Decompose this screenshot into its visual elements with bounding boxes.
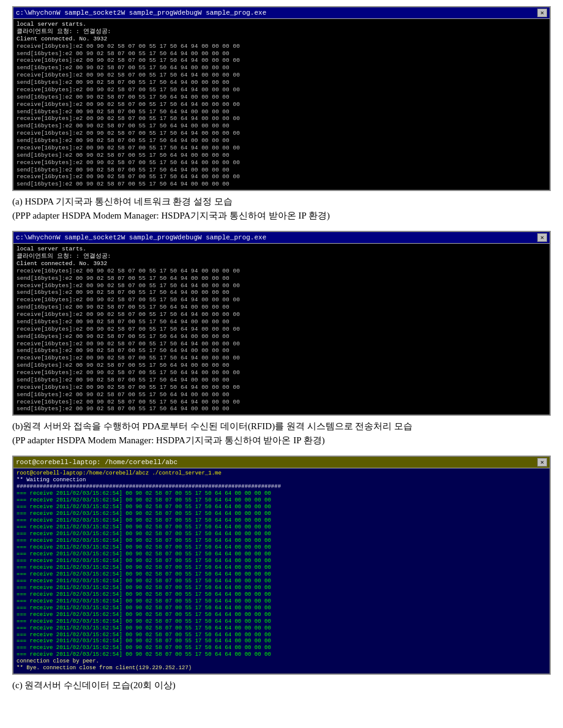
section-b: c:\WhychonW sample_socket2W sample_progW… [12,231,551,447]
terminal-line: root@corebell-laptop:/home/corebell/abcz… [17,470,546,477]
terminal-line: === receive 2011/02/03/15:62:54] 00 90 0… [17,651,546,658]
terminal-line: send[16bytes]:e2 00 90 02 58 07 00 55 17… [17,79,546,86]
terminal-titlebar-b: c:\WhychonW sample_socket2W sample_progW… [13,232,550,244]
terminal-line: receive[16bytes]:e2 00 90 02 58 07 00 55… [17,57,546,64]
caption-b-sub: (PP adapter HSDPA Modem Manager: HSDPA기지… [12,435,325,445]
terminal-line: === receive 2011/02/03/15:62:54] 00 90 0… [17,645,546,651]
terminal-line: Client connected. No. 3932 [17,260,546,268]
caption-a: (a) HSDPA 기지국과 통신하여 네트워크 환경 설정 모습 (PPP a… [12,195,551,222]
terminal-line: === receive 2011/02/03/15:62:54] 00 90 0… [17,524,546,531]
terminal-line: send[16bytes]:e2 00 90 02 58 07 00 55 17… [17,64,546,72]
terminal-line: Client connected. No. 3932 [17,36,546,43]
terminal-line: send[16bytes]:e2 00 90 02 58 07 00 55 17… [17,362,546,369]
terminal-line: receive[16bytes]:e2 00 90 02 58 07 00 55… [17,326,546,333]
terminal-line: === receive 2011/02/03/15:62:54] 00 90 0… [17,638,546,645]
terminal-line: 클라이언트의 요청: : 연결성공: [17,253,546,260]
terminal-line: === receive 2011/02/03/15:62:54] 00 90 0… [17,544,546,551]
terminal-window-a: c:\WhychonW sample_socket2W sample_progW… [12,6,551,191]
caption-a-sub: (PPP adapter HSDPA Modem Manager: HSDPA기… [12,211,330,220]
terminal-line: receive[16bytes]:e2 00 90 02 58 07 00 55… [17,296,546,304]
terminal-line: ########################################… [17,484,546,490]
terminal-line: send[16bytes]:e2 00 90 02 58 07 00 55 17… [17,318,546,326]
terminal-line: send[16bytes]:e2 00 90 02 58 07 00 55 17… [17,122,546,130]
terminal-body-b: local server starts.클라이언트의 요청: : 연결성공:Cl… [13,244,550,415]
terminal-titlebar-a: c:\WhychonW sample_socket2W sample_progW… [13,7,550,19]
terminal-line: receive[16bytes]:e2 00 90 02 58 07 00 55… [17,399,546,406]
terminal-line: receive[16bytes]:e2 00 90 02 58 07 00 55… [17,130,546,137]
terminal-line: send[16bytes]:e2 00 90 02 58 07 00 55 17… [17,94,546,101]
terminal-line: send[16bytes]:e2 00 90 02 58 07 00 55 17… [17,152,546,159]
terminal-line: === receive 2011/02/03/15:62:54] 00 90 0… [17,565,546,571]
terminal-line: receive[16bytes]:e2 00 90 02 58 07 00 55… [17,43,546,50]
terminal-window-c: root@corebell-laptop: /home/corebell/abc… [12,456,551,675]
terminal-line: === receive 2011/02/03/15:62:54] 00 90 0… [17,538,546,544]
terminal-line: receive[16bytes]:e2 00 90 02 58 07 00 55… [17,268,546,275]
terminal-line: === receive 2011/02/03/15:62:54] 00 90 0… [17,625,546,632]
terminal-line: === receive 2011/02/03/15:62:54] 00 90 0… [17,605,546,612]
terminal-line: send[16bytes]:e2 00 90 02 58 07 00 55 17… [17,347,546,355]
terminal-line: === receive 2011/02/03/15:62:54] 00 90 0… [17,511,546,517]
terminal-close-a[interactable]: ✕ [537,9,547,17]
terminal-line: local server starts. [17,21,546,28]
terminal-line: === receive 2011/02/03/15:62:54] 00 90 0… [17,551,546,558]
main-container: c:\WhychonW sample_socket2W sample_progW… [12,6,551,692]
terminal-line: === receive 2011/02/03/15:62:54] 00 90 0… [17,558,546,565]
terminal-line: receive[16bytes]:e2 00 90 02 58 07 00 55… [17,86,546,94]
terminal-title-a: c:\WhychonW sample_socket2W sample_progW… [16,9,266,17]
terminal-line: ** Waiting connection [17,477,546,484]
terminal-line: receive[16bytes]:e2 00 90 02 58 07 00 55… [17,115,546,122]
terminal-line: receive[16bytes]:e2 00 90 02 58 07 00 55… [17,340,546,348]
terminal-line: send[16bytes]:e2 00 90 02 58 07 00 55 17… [17,108,546,116]
terminal-line: receive[16bytes]:e2 00 90 02 58 07 00 55… [17,355,546,362]
terminal-line: receive[16bytes]:e2 00 90 02 58 07 00 55… [17,369,546,377]
terminal-line: === receive 2011/02/03/15:62:54] 00 90 0… [17,571,546,578]
terminal-line: send[16bytes]:e2 00 90 02 58 07 00 55 17… [17,181,546,188]
terminal-line: 클라이언트의 요청: : 연결성공: [17,28,546,36]
terminal-line: receive[16bytes]:e2 00 90 02 58 07 00 55… [17,101,546,108]
terminal-close-b[interactable]: ✕ [537,233,547,242]
caption-a-main: (a) HSDPA 기지국과 통신하여 네트워크 환경 설정 모습 [12,197,233,206]
caption-c-main: (c) 원격서버 수신데이터 모습(20회 이상) [12,680,176,690]
terminal-line: === receive 2011/02/03/15:62:54] 00 90 0… [17,578,546,585]
terminal-body-a: local server starts.클라이언트의 요청: : 연결성공:Cl… [13,19,550,190]
terminal-line: receive[16bytes]:e2 00 90 02 58 07 00 55… [17,384,546,391]
terminal-line: receive[16bytes]:e2 00 90 02 58 07 00 55… [17,159,546,167]
terminal-line: send[16bytes]:e2 00 90 02 58 07 00 55 17… [17,333,546,340]
caption-b: (b)원격 서버와 접속을 수행하여 PDA로부터 수신된 데이터(RFID)를… [12,419,551,447]
caption-c: (c) 원격서버 수신데이터 모습(20회 이상) [12,678,551,692]
terminal-line: receive[16bytes]:e2 00 90 02 58 07 00 55… [17,144,546,152]
terminal-line: send[16bytes]:e2 00 90 02 58 07 00 55 17… [17,289,546,296]
terminal-line: === receive 2011/02/03/15:62:54] 00 90 0… [17,585,546,591]
terminal-line: === receive 2011/02/03/15:62:54] 00 90 0… [17,504,546,511]
terminal-title-c: root@corebell-laptop: /home/corebell/abc [16,459,177,466]
terminal-line: receive[16bytes]:e2 00 90 02 58 07 00 55… [17,311,546,318]
terminal-line: send[16bytes]:e2 00 90 02 58 07 00 55 17… [17,405,546,413]
terminal-line: connection close by peer. [17,658,546,665]
terminal-line: send[16bytes]:e2 00 90 02 58 07 00 55 17… [17,275,546,282]
terminal-line: === receive 2011/02/03/15:62:54] 00 90 0… [17,591,546,598]
terminal-window-b: c:\WhychonW sample_socket2W sample_progW… [12,231,551,416]
terminal-line: send[16bytes]:e2 00 90 02 58 07 00 55 17… [17,304,546,311]
terminal-title-b: c:\WhychonW sample_socket2W sample_progW… [16,234,266,241]
terminal-body-c: root@corebell-laptop:/home/corebell/abcz… [13,468,550,674]
section-a: c:\WhychonW sample_socket2W sample_progW… [12,6,551,222]
terminal-line: === receive 2011/02/03/15:62:54] 00 90 0… [17,517,546,524]
terminal-line: === receive 2011/02/03/15:62:54] 00 90 0… [17,612,546,618]
terminal-line: === receive 2011/02/03/15:62:54] 00 90 0… [17,490,546,497]
terminal-line: send[16bytes]:e2 00 90 02 58 07 00 55 17… [17,391,546,399]
terminal-line: send[16bytes]:e2 00 90 02 58 07 00 55 17… [17,50,546,58]
terminal-line: === receive 2011/02/03/15:62:54] 00 90 0… [17,632,546,639]
terminal-line: receive[16bytes]:e2 00 90 02 58 07 00 55… [17,72,546,79]
terminal-line: send[16bytes]:e2 00 90 02 58 07 00 55 17… [17,137,546,144]
terminal-close-c[interactable]: ✕ [537,458,547,467]
terminal-line: ** Bye. connection close from client(129… [17,665,546,672]
terminal-line: === receive 2011/02/03/15:62:54] 00 90 0… [17,618,546,625]
terminal-line: receive[16bytes]:e2 00 90 02 58 07 00 55… [17,173,546,181]
terminal-line: === receive 2011/02/03/15:62:54] 00 90 0… [17,497,546,504]
terminal-line: local server starts. [17,246,546,253]
terminal-line: === receive 2011/02/03/15:62:54] 00 90 0… [17,598,546,605]
terminal-line: receive[16bytes]:e2 00 90 02 58 07 00 55… [17,282,546,290]
terminal-line: send[16bytes]:e2 00 90 02 58 07 00 55 17… [17,377,546,384]
caption-b-main: (b)원격 서버와 접속을 수행하여 PDA로부터 수신된 데이터(RFID)를… [12,421,412,431]
terminal-titlebar-c: root@corebell-laptop: /home/corebell/abc… [13,457,550,468]
